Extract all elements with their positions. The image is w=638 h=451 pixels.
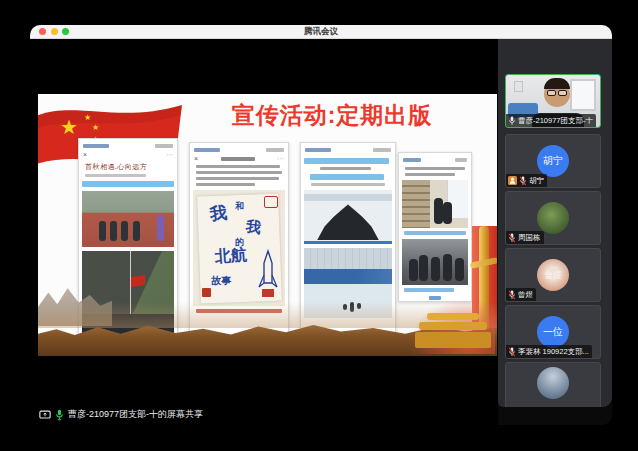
article-title: 首秋相遇,心向远方 bbox=[85, 162, 171, 172]
video-tile-partial[interactable] bbox=[505, 362, 601, 407]
svg-text:★: ★ bbox=[92, 123, 99, 132]
article-title-bar bbox=[221, 157, 255, 161]
participant-avatar: 曾煜 bbox=[537, 259, 569, 291]
title-bar[interactable]: 腾讯会议 bbox=[30, 25, 612, 39]
group-silhouette bbox=[317, 204, 379, 240]
close-button[interactable] bbox=[39, 28, 46, 35]
tile-name-label: 胡宁 bbox=[506, 174, 547, 187]
person-silhouette bbox=[455, 258, 464, 281]
gate-base bbox=[415, 332, 491, 348]
highlighted-text-line bbox=[304, 158, 389, 164]
participant-name: 周国栋 bbox=[518, 234, 541, 242]
participant-name: 李裴林 190922支部... bbox=[518, 348, 589, 356]
poster-char: 北航 bbox=[214, 245, 247, 268]
poster-char: 和 bbox=[235, 200, 244, 213]
stadium-roof bbox=[304, 248, 392, 269]
person-silhouette bbox=[443, 254, 452, 281]
blue-caption-line bbox=[404, 288, 454, 292]
article-header-button bbox=[155, 144, 173, 148]
gate-roof bbox=[427, 313, 479, 320]
article-header-button bbox=[266, 148, 284, 152]
participant-avatar bbox=[537, 202, 569, 234]
video-tile-lipeilin[interactable]: 一位 李裴林 190922支部... bbox=[505, 305, 601, 359]
text-line bbox=[320, 167, 372, 170]
svg-text:★: ★ bbox=[60, 116, 78, 138]
person-silhouette bbox=[133, 221, 140, 241]
window-title: 腾讯会议 bbox=[304, 26, 338, 38]
zoom-button[interactable] bbox=[62, 28, 69, 35]
screen-share-status: 曹彦-210977团支部-十的屏幕共享 bbox=[39, 408, 203, 421]
rink-boards bbox=[304, 241, 392, 244]
bookshelf bbox=[402, 180, 430, 228]
microphone-muted-icon bbox=[508, 290, 516, 300]
wall-art bbox=[514, 81, 523, 92]
lens bbox=[558, 90, 567, 96]
poster-char: 故事 bbox=[211, 274, 231, 288]
photo-track-gathering bbox=[82, 191, 174, 247]
glasses bbox=[547, 90, 567, 96]
participant-name: 曾煜 bbox=[518, 291, 533, 299]
screen-share-area: ★ ★ ★ ★ ★ 宣传活动:定期出版 × ⋯ bbox=[30, 39, 498, 425]
close-icon: × bbox=[194, 155, 198, 162]
person-silhouette bbox=[431, 257, 440, 281]
participant-name: 曹彦-210977团支部-十 bbox=[518, 117, 593, 125]
participant-name: 胡宁 bbox=[529, 177, 544, 185]
person-hair bbox=[544, 78, 570, 89]
video-tile-zengyu[interactable]: 曾煜 曾煜 bbox=[505, 248, 601, 302]
photo-library-visit bbox=[402, 180, 468, 228]
article-header-logo bbox=[403, 158, 421, 162]
shared-slide: ★ ★ ★ ★ ★ 宣传活动:定期出版 × ⋯ bbox=[38, 94, 497, 356]
tile-name-label: 李裴林 190922支部... bbox=[506, 345, 592, 358]
stadium-seats bbox=[304, 269, 392, 284]
person-silhouette bbox=[157, 215, 164, 241]
more-icon: ⋯ bbox=[166, 151, 173, 158]
person-silhouette bbox=[434, 198, 443, 224]
video-tile-zhouguodong[interactable]: 周国栋 bbox=[505, 191, 601, 245]
article-header-logo bbox=[83, 144, 109, 148]
hand-drawn-poster: 我 和 我 的 北航 故事 bbox=[193, 190, 285, 306]
minimize-button[interactable] bbox=[51, 28, 58, 35]
article-header-logo bbox=[305, 148, 331, 152]
video-tile-caoyan[interactable]: 曹彦-210977团支部-十 bbox=[505, 74, 601, 128]
video-tile-huning[interactable]: 胡宁 胡宁 bbox=[505, 134, 601, 188]
participants-sidebar[interactable]: 曹彦-210977团支部-十 胡宁 bbox=[498, 39, 612, 407]
text-line bbox=[405, 173, 455, 176]
photo-indoor-group bbox=[402, 239, 468, 285]
red-seal bbox=[202, 288, 211, 297]
text-line bbox=[405, 167, 465, 170]
microphone-muted-icon bbox=[519, 176, 527, 186]
microphone-muted-icon bbox=[508, 347, 516, 357]
photo-ice-rink-group bbox=[304, 190, 392, 244]
article-header-button bbox=[455, 158, 467, 162]
article-header-logo bbox=[194, 148, 220, 152]
microphone-icon bbox=[508, 116, 516, 126]
person-silhouette bbox=[121, 221, 128, 241]
person-silhouette bbox=[99, 221, 106, 241]
poster-char: 我 bbox=[245, 217, 262, 237]
person-silhouette bbox=[443, 202, 452, 224]
rink-banner bbox=[304, 194, 392, 201]
poster-char: 我 bbox=[208, 201, 228, 226]
participant-avatar bbox=[537, 367, 569, 399]
svg-text:★: ★ bbox=[84, 113, 91, 122]
rocket-drawing bbox=[257, 249, 279, 301]
phone-screenshot-4 bbox=[398, 152, 472, 302]
article-meta-line bbox=[85, 174, 146, 177]
text-line bbox=[196, 165, 280, 168]
text-line bbox=[196, 183, 255, 186]
tile-name-label: 曹彦-210977团支部-十 bbox=[506, 114, 596, 127]
tile-name-label: 曾煜 bbox=[506, 288, 536, 301]
gate-roof bbox=[419, 322, 487, 330]
participant-avatar: 一位 bbox=[537, 316, 569, 348]
tiananmen-decoration bbox=[409, 298, 495, 354]
person-silhouette bbox=[409, 259, 418, 281]
red-flag bbox=[131, 275, 145, 287]
traffic-lights bbox=[39, 28, 69, 35]
highlighted-text-line bbox=[82, 181, 174, 187]
host-badge-icon bbox=[508, 176, 517, 185]
tile-name-label: 周国栋 bbox=[506, 231, 544, 244]
book-logo bbox=[264, 196, 278, 208]
screen-share-icon bbox=[39, 410, 51, 420]
article-header-button bbox=[373, 148, 391, 152]
gray-caption-line bbox=[311, 183, 385, 186]
